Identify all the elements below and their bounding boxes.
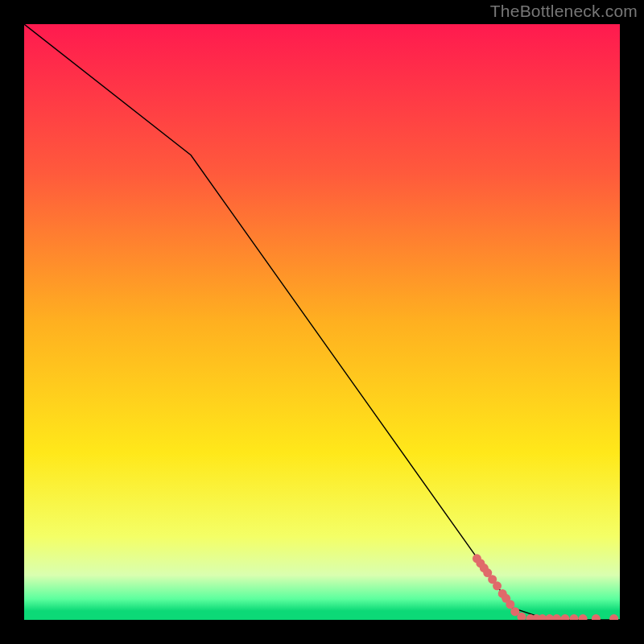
chart-svg	[24, 24, 620, 620]
marker-dot	[493, 581, 502, 590]
chart-container: TheBottleneck.com	[0, 0, 644, 644]
plot-area	[24, 24, 620, 620]
attribution-text: TheBottleneck.com	[490, 2, 638, 21]
gradient-background	[24, 24, 620, 620]
